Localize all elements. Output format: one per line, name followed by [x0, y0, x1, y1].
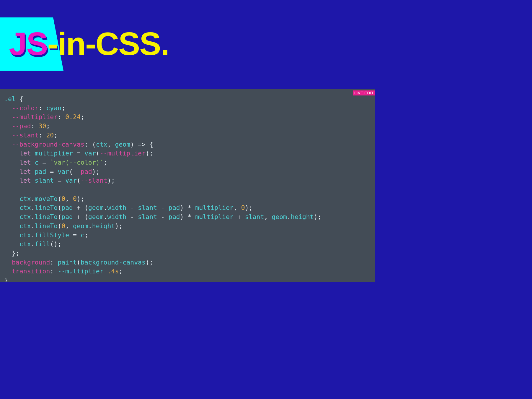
code-editor[interactable]: LIVE EDIT .el { --color: cyan; --multipl… [0, 89, 375, 282]
title-front: JS-in-CSS. [9, 25, 169, 62]
slide-hero: JS-in-CSS. JS-in-CSS. [0, 0, 375, 89]
slide-title: JS-in-CSS. JS-in-CSS. [9, 17, 169, 70]
code-content[interactable]: .el { --color: cyan; --multiplier: 0.24;… [4, 95, 372, 282]
text-cursor [58, 132, 58, 138]
